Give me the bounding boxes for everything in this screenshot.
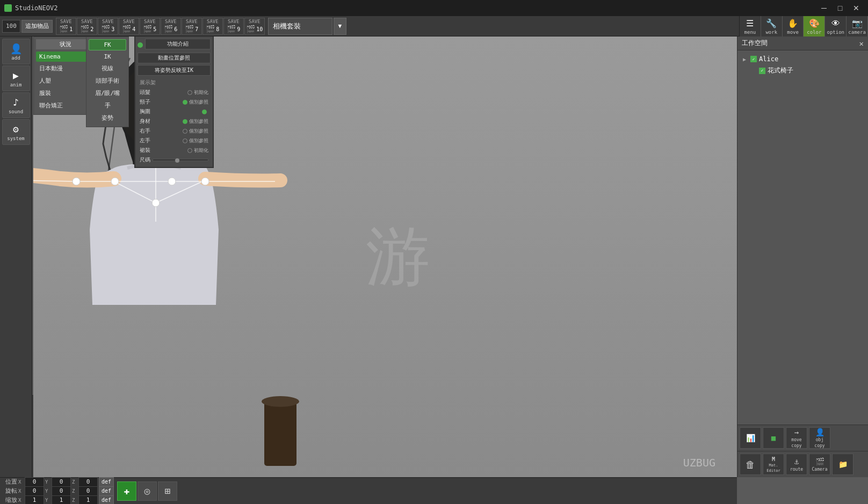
- mode-ik[interactable]: IK: [89, 52, 126, 62]
- work-button[interactable]: 🔧 work: [761, 16, 783, 36]
- pos-x-value[interactable]: 0: [25, 477, 44, 487]
- fk-dot-left-hand[interactable]: [183, 138, 187, 143]
- ws-chart-btn[interactable]: 📊: [740, 427, 761, 449]
- right-icon-toolbar: ☰ menu 🔧 work ✋ move 🎨 color 👁 option 📷 …: [739, 16, 868, 36]
- anim-button[interactable]: ▶ anim: [2, 65, 30, 91]
- fk-section-label: 展示架: [138, 78, 211, 87]
- move-arrow-btn[interactable]: ✚: [117, 481, 136, 501]
- zoom-percent[interactable]: 100: [2, 20, 20, 33]
- option-icon: 👁: [831, 18, 840, 28]
- save-btn-6[interactable]: SAVE 🎬6: [161, 18, 181, 35]
- mode-hand[interactable]: 手: [89, 100, 126, 111]
- pos-x-axis: X: [18, 479, 24, 485]
- mode-brow-eye-mouth[interactable]: 眉/眼/嘴: [89, 87, 126, 99]
- rotate-btn[interactable]: ◎: [138, 481, 157, 501]
- fk-dot-chest[interactable]: [202, 109, 207, 114]
- minimize-button[interactable]: ─: [816, 3, 831, 13]
- ws-mat-editor-btn[interactable]: M Mat. Editor: [763, 454, 784, 475]
- fk-item-body: 身材 個別參照: [138, 116, 211, 126]
- save-btn-5[interactable]: SAVE 🎬5: [140, 18, 160, 35]
- option-button[interactable]: 👁 option: [825, 16, 847, 36]
- tree-item-alice[interactable]: ▶ ✓ Alice: [741, 54, 865, 64]
- ws-delete-btn[interactable]: 🗑: [740, 454, 761, 475]
- rotate-icon: ◎: [144, 485, 150, 496]
- pos-y-value[interactable]: 0: [52, 477, 71, 487]
- menu-button[interactable]: ☰ menu: [740, 16, 761, 36]
- rot-y-axis: Y: [45, 488, 50, 494]
- fk-item-neck: 頸子 個別參照: [138, 97, 211, 107]
- mode-pose[interactable]: 姿勢: [89, 112, 126, 123]
- move-arrow-icon: ✚: [124, 485, 130, 496]
- scale-x-value[interactable]: 1: [25, 495, 44, 505]
- add-button[interactable]: 👤 add: [2, 39, 30, 64]
- fk-intro-btn[interactable]: 功能介紹: [145, 39, 211, 49]
- save-btn-1[interactable]: SAVE 🎬1: [56, 18, 76, 35]
- workspace-close-button[interactable]: ✕: [859, 39, 864, 48]
- fk-dot-right-hand[interactable]: [183, 129, 187, 134]
- rot-z-value[interactable]: 0: [78, 486, 98, 496]
- ws-route-btn[interactable]: ⚓ route: [786, 454, 807, 475]
- fk-item-right-hand: 右手 個別參照: [138, 126, 211, 136]
- mode-panel: FK IK 視線 頭部手術 眉/眼/嘴 手 姿勢: [86, 36, 129, 127]
- fk-dot-body[interactable]: [183, 119, 187, 124]
- tree-item-chair[interactable]: ✓ 花式椅子: [749, 64, 865, 77]
- workspace-title: 工作空間: [742, 39, 768, 48]
- scale-icon: ⊞: [165, 485, 171, 496]
- save-btn-10[interactable]: SAVE 🎬10: [244, 18, 265, 35]
- fk-anim-btn[interactable]: 動畫位置參照: [138, 53, 211, 63]
- anim-icon: ▶: [13, 70, 19, 81]
- tree-arrow-alice: ▶: [743, 56, 748, 62]
- save-btn-3[interactable]: SAVE 🎬3: [98, 18, 118, 35]
- save-btn-7[interactable]: SAVE 🎬7: [182, 18, 202, 35]
- fk-reflect-btn[interactable]: 将姿勢反映至IK: [138, 65, 211, 76]
- ws-camera-btn[interactable]: 🎬 Camera: [809, 454, 830, 475]
- rot-x-value[interactable]: 0: [25, 486, 44, 496]
- mode-gaze[interactable]: 視線: [89, 63, 126, 74]
- ws-objcopy-btn[interactable]: 👤 obj copy: [809, 427, 830, 449]
- move-button[interactable]: ✋ move: [783, 16, 804, 36]
- ws-movecopy-btn[interactable]: → move copy: [786, 427, 807, 449]
- color-button[interactable]: 🎨 color: [804, 16, 825, 36]
- rot-y-value[interactable]: 0: [52, 486, 71, 496]
- rot-def-btn[interactable]: def: [99, 486, 114, 496]
- fk-scale-label: 尺碼: [140, 156, 150, 164]
- svg-point-18: [262, 396, 299, 407]
- app-icon: [4, 4, 12, 12]
- viewport-action-buttons: ✚ ◎ ⊞: [117, 481, 177, 501]
- system-button[interactable]: ⚙ system: [2, 119, 30, 145]
- workspace-panel: 工作空間 ✕ ▶ ✓ Alice ✓ 花式椅子 📊 ■ → move copy: [737, 36, 868, 477]
- position-row: 位置 X 0 Y 0 Z 0 def: [2, 478, 114, 486]
- scale-y-value[interactable]: 1: [52, 495, 71, 505]
- ws-green-btn[interactable]: ■: [763, 427, 784, 449]
- left-panel: 👤 add ▶ anim ♪ sound ⚙ system: [0, 36, 32, 477]
- pos-def-btn[interactable]: def: [99, 477, 114, 487]
- camera-suite-dropdown[interactable]: ▼: [334, 18, 346, 35]
- obj-button[interactable]: 追加物品: [21, 20, 53, 33]
- scale-z-value[interactable]: 1: [78, 495, 98, 505]
- ws-folder-btn[interactable]: 📁: [832, 454, 853, 475]
- pos-z-value[interactable]: 0: [78, 477, 98, 487]
- maximize-button[interactable]: □: [833, 3, 848, 13]
- scale-x-axis: X: [18, 498, 24, 503]
- fk-dot-neck[interactable]: [183, 100, 187, 105]
- save-btn-4[interactable]: SAVE 🎬4: [119, 18, 139, 35]
- close-button[interactable]: ✕: [849, 3, 864, 13]
- add-icon: 👤: [10, 43, 22, 54]
- mode-fk[interactable]: FK: [89, 39, 126, 50]
- fk-scale-thumb[interactable]: [175, 158, 179, 163]
- sound-button[interactable]: ♪ sound: [2, 92, 30, 118]
- mode-head[interactable]: 頭部手術: [89, 75, 126, 86]
- fk-dot-hair[interactable]: [187, 90, 192, 95]
- chart-icon: 📊: [746, 434, 755, 442]
- workspace-btn-row2: 🗑 M Mat. Editor ⚓ route 🎬 Camera 📁: [737, 451, 868, 477]
- save-btn-9[interactable]: SAVE 🎬9: [223, 18, 244, 35]
- save-btn-2[interactable]: SAVE 🎬2: [77, 18, 97, 35]
- fk-scale-slider[interactable]: [153, 159, 208, 161]
- save-btn-8[interactable]: SAVE 🎬8: [202, 18, 223, 35]
- camera-button[interactable]: 📷 camera: [847, 16, 868, 36]
- scale-def-btn[interactable]: def: [99, 495, 114, 505]
- scale-btn[interactable]: ⊞: [158, 481, 177, 501]
- title-bar: StudioNEOV2 ─ □ ✕: [0, 0, 868, 16]
- folder-icon: 📁: [838, 460, 848, 469]
- fk-dot-skirt[interactable]: [187, 148, 192, 153]
